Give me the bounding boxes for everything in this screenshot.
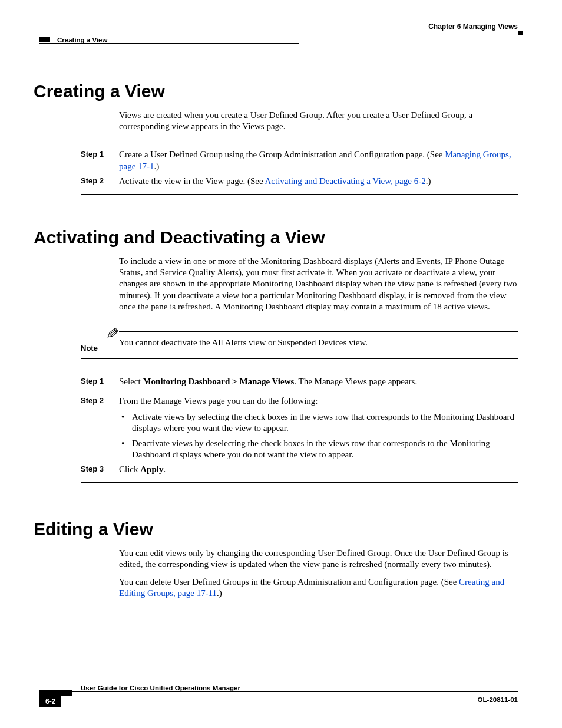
- step-body: From the Manage Views page you can do th…: [119, 396, 518, 460]
- step-row: Step 3 Click Apply.: [34, 464, 518, 475]
- step-divider: [81, 482, 518, 483]
- step-divider: [81, 194, 518, 195]
- step-row: Step 1 Select Monitoring Dashboard > Man…: [34, 376, 518, 387]
- heading-creating-view: Creating a View: [34, 81, 518, 101]
- step-row: Step 2 Activate the view in the View pag…: [34, 176, 518, 187]
- step-row: Step 2 From the Manage Views page you ca…: [34, 396, 518, 460]
- step-label: Step 3: [81, 464, 119, 475]
- editing-view-para2: You can delete User Defined Groups in th…: [119, 577, 518, 599]
- chapter-title: Chapter 6 Managing Views: [428, 22, 518, 31]
- note-icon: ✎: [84, 324, 120, 342]
- step-label: Step 1: [81, 149, 119, 160]
- editing-view-para1: You can edit views only by changing the …: [119, 548, 518, 570]
- step-label: Step 1: [81, 376, 119, 387]
- document-id: OL-20811-01: [478, 696, 518, 707]
- heading-editing-view: Editing a View: [34, 519, 518, 539]
- list-item: Deactivate views by deselecting the chec…: [119, 438, 518, 460]
- note-block: ✎ Note You cannot deactivate the All Ale…: [81, 325, 518, 353]
- creating-view-intro: Views are created when you create a User…: [119, 110, 518, 132]
- step-label: Step 2: [81, 396, 119, 406]
- step-divider: [81, 370, 518, 370]
- page-header-right: Chapter 6 Managing Views: [34, 22, 518, 37]
- heading-activating-view: Activating and Deactivating a View: [34, 228, 518, 248]
- step-row: Step 1 Create a User Defined Group using…: [34, 149, 518, 172]
- list-item: Activate views by selecting the check bo…: [119, 411, 518, 434]
- note-text: You cannot deactivate the All Alerts vie…: [119, 338, 518, 348]
- footer-doc-title: User Guide for Cisco Unified Operations …: [81, 684, 240, 691]
- step-divider: [81, 143, 518, 143]
- document-page: Chapter 6 Managing Views Creating a View…: [0, 0, 562, 728]
- page-footer: User Guide for Cisco Unified Operations …: [34, 684, 518, 707]
- running-section-label: Creating a View: [57, 37, 107, 44]
- step-body: Activate the view in the View page. (See…: [119, 176, 518, 187]
- page-number: 6-2: [39, 696, 61, 707]
- step-body: Select Monitoring Dashboard > Manage Vie…: [119, 376, 518, 387]
- step-body: Create a User Defined Group using the Gr…: [119, 149, 518, 172]
- step-body: Click Apply.: [119, 464, 518, 475]
- note-label: Note: [81, 344, 119, 353]
- activating-view-intro: To include a view in one or more of the …: [119, 256, 518, 312]
- page-header-left: Creating a View: [34, 37, 518, 48]
- bullet-list: Activate views by selecting the check bo…: [119, 411, 518, 460]
- link-activating-view[interactable]: Activating and Deactivating a View, page…: [265, 176, 426, 186]
- step-label: Step 2: [81, 176, 119, 186]
